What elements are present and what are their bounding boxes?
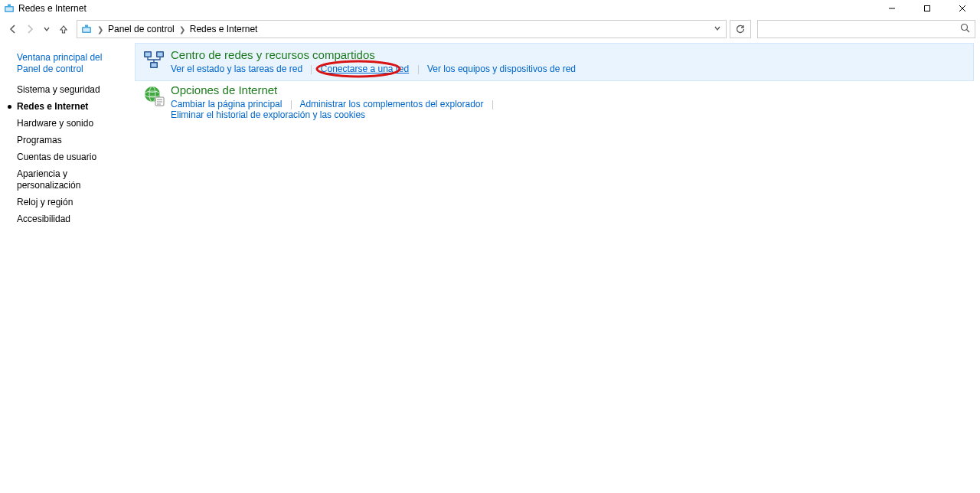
sidebar: Ventana principal del Panel de control S… bbox=[0, 40, 135, 493]
refresh-button[interactable] bbox=[730, 20, 751, 38]
main-content: Centro de redes y recursos compartidos V… bbox=[135, 40, 980, 493]
maximize-button[interactable] bbox=[910, 0, 945, 17]
link-divider bbox=[418, 65, 419, 74]
link-divider bbox=[492, 100, 493, 109]
back-button[interactable] bbox=[5, 21, 21, 38]
svg-rect-9 bbox=[85, 25, 88, 28]
link-divider bbox=[291, 100, 292, 109]
breadcrumb-current[interactable]: Redes e Internet bbox=[190, 24, 258, 34]
sidebar-item-programas[interactable]: Programas bbox=[17, 135, 127, 146]
link-conectarse-a-una-red[interactable]: Conectarse a una red bbox=[321, 64, 409, 74]
breadcrumb-root[interactable]: Panel de control bbox=[108, 24, 175, 34]
svg-rect-1 bbox=[6, 8, 13, 11]
up-button[interactable] bbox=[55, 21, 72, 38]
svg-line-11 bbox=[967, 30, 970, 33]
chevron-right-icon[interactable]: ❯ bbox=[179, 25, 185, 34]
minimize-button[interactable] bbox=[874, 0, 910, 17]
network-sharing-links: Ver el estado y las tareas de red Conect… bbox=[171, 64, 967, 74]
svg-rect-15 bbox=[158, 53, 163, 57]
forward-button[interactable] bbox=[21, 21, 38, 38]
link-divider bbox=[311, 65, 312, 74]
chevron-right-icon[interactable]: ❯ bbox=[97, 25, 103, 34]
search-input[interactable] bbox=[763, 23, 960, 35]
sidebar-item-accesibilidad[interactable]: Accesibilidad bbox=[17, 214, 127, 225]
svg-rect-4 bbox=[925, 6, 930, 11]
svg-rect-2 bbox=[8, 5, 11, 7]
sidebar-item-sistema-y-seguridad[interactable]: Sistema y seguridad bbox=[17, 84, 127, 96]
address-bar[interactable]: ❯ Panel de control ❯ Redes e Internet bbox=[77, 20, 727, 38]
control-panel-icon bbox=[80, 23, 93, 35]
svg-rect-13 bbox=[145, 53, 151, 57]
link-eliminar-historial[interactable]: Eliminar el historial de exploración y l… bbox=[171, 109, 365, 120]
sidebar-item-redes-e-internet[interactable]: Redes e Internet bbox=[17, 101, 127, 113]
recent-locations-button[interactable] bbox=[38, 21, 55, 38]
titlebar: Redes e Internet bbox=[0, 0, 980, 17]
nav-row: ❯ Panel de control ❯ Redes e Internet bbox=[0, 18, 980, 40]
pane-internet-options: Opciones de Internet Cambiar la página p… bbox=[135, 78, 974, 127]
svg-rect-17 bbox=[152, 64, 157, 67]
chevron-down-icon[interactable] bbox=[714, 24, 721, 34]
search-icon[interactable] bbox=[960, 23, 970, 35]
sidebar-item-cuentas-de-usuario[interactable]: Cuentas de usuario bbox=[17, 152, 127, 163]
control-panel-icon bbox=[3, 2, 15, 15]
internet-options-title[interactable]: Opciones de Internet bbox=[171, 83, 277, 97]
circled-annotation: Conectarse a una red bbox=[321, 64, 409, 74]
internet-options-icon bbox=[142, 83, 166, 108]
link-ver-equipos-red[interactable]: Ver los equipos y dispositivos de red bbox=[427, 64, 576, 74]
link-cambiar-pagina-principal[interactable]: Cambiar la página principal bbox=[171, 99, 282, 109]
link-ver-estado-red[interactable]: Ver el estado y las tareas de red bbox=[171, 64, 302, 74]
close-button[interactable] bbox=[945, 0, 980, 17]
window-title: Redes e Internet bbox=[18, 3, 87, 14]
sidebar-item-reloj-y-region[interactable]: Reloj y región bbox=[17, 197, 127, 208]
search-box[interactable] bbox=[757, 20, 975, 38]
internet-options-links: Cambiar la página principal Administrar … bbox=[171, 99, 967, 120]
network-sharing-title[interactable]: Centro de redes y recursos compartidos bbox=[171, 48, 375, 62]
link-administrar-complementos[interactable]: Administrar los complementos del explora… bbox=[299, 99, 483, 109]
sidebar-item-apariencia[interactable]: Apariencia y personalización bbox=[17, 168, 127, 191]
svg-rect-8 bbox=[83, 28, 90, 32]
sidebar-item-hardware-y-sonido[interactable]: Hardware y sonido bbox=[17, 118, 127, 129]
pane-network-sharing: Centro de redes y recursos compartidos V… bbox=[135, 43, 974, 81]
svg-point-10 bbox=[962, 24, 968, 31]
control-panel-home-link[interactable]: Ventana principal del Panel de control bbox=[17, 52, 127, 75]
network-sharing-icon bbox=[142, 48, 166, 73]
